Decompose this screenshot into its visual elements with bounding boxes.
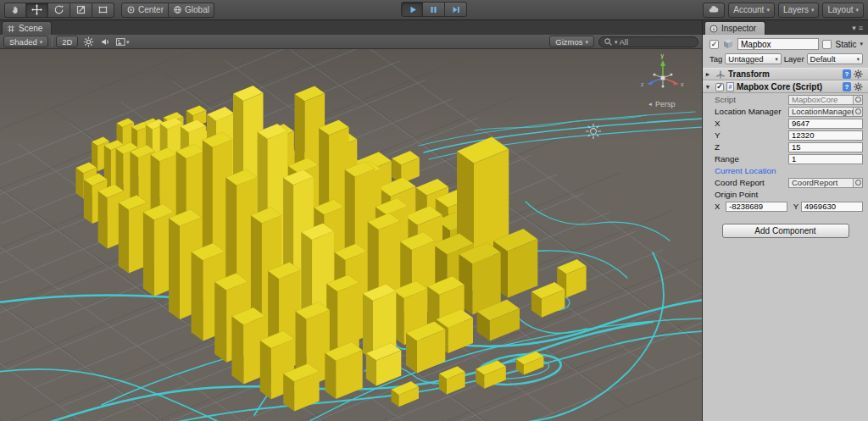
pause-button[interactable]: [423, 2, 445, 17]
toolbar-right-group: Account ▾ Layers ▾ Layout ▾: [703, 3, 864, 18]
static-flags-caret-icon[interactable]: ▾: [860, 41, 863, 47]
tab-scene[interactable]: Scene: [2, 21, 52, 35]
coord-report-object-field[interactable]: CoordReport: [788, 178, 863, 188]
range-label: Range: [715, 154, 786, 163]
z-axis-label: z: [641, 81, 644, 87]
origin-x-input[interactable]: [726, 202, 787, 212]
help-icon[interactable]: [843, 69, 851, 79]
z-input[interactable]: [788, 142, 863, 152]
x-input[interactable]: [788, 119, 863, 129]
account-dropdown[interactable]: Account ▾: [728, 3, 775, 18]
projection-toggle-label[interactable]: Persp: [655, 100, 676, 108]
hand-tool-button[interactable]: [4, 3, 26, 18]
effects-image-icon: [115, 36, 125, 47]
component-enabled-checkbox[interactable]: ✓: [715, 83, 724, 91]
gameobject-name-field[interactable]: [737, 38, 819, 50]
layout-dropdown[interactable]: Layout ▾: [822, 3, 864, 18]
object-picker-icon[interactable]: [853, 96, 862, 104]
coord-report-label: Coord Report: [715, 178, 786, 187]
help-icon[interactable]: [843, 82, 851, 91]
tag-dropdown[interactable]: Untagged ▾: [725, 53, 781, 64]
rect-tool-button[interactable]: [92, 3, 114, 18]
location-manager-row: Location Manager LocationManager (L: [703, 106, 868, 117]
gameobject-header-row: ✓ Static ▾: [703, 35, 868, 52]
pivot-toggle-button[interactable]: Center: [121, 3, 169, 18]
tag-value: Untagged: [728, 54, 763, 64]
layer-value: Default: [810, 54, 836, 64]
search-filter-caret-icon[interactable]: ▾: [615, 39, 618, 45]
sun-icon: [83, 36, 94, 47]
scale-tool-button[interactable]: [70, 3, 92, 18]
y-input[interactable]: [788, 130, 863, 141]
tab-inspector[interactable]: Inspector: [704, 21, 765, 35]
2d-toggle-label: 2D: [62, 37, 72, 47]
search-icon: [604, 37, 613, 47]
unity-editor-window: Center Global Account ▾: [0, 0, 868, 421]
search-input[interactable]: [620, 37, 681, 47]
pivot-toggle-label: Center: [138, 5, 164, 14]
persp-arrow-icon: ◄: [648, 102, 653, 107]
tag-layer-row: Tag Untagged ▾ Layer Default ▾: [703, 52, 868, 68]
x-axis-label: x: [681, 81, 684, 87]
gameobject-cube-icon: [722, 38, 734, 50]
scene-search-field[interactable]: ▾: [598, 36, 698, 47]
pivot-space-toggles: Center Global: [121, 3, 214, 18]
x-field-row: X: [703, 118, 868, 129]
scene-panel: Scene Shaded ▾ 2D: [0, 20, 702, 421]
z-field-row: Z: [703, 141, 868, 152]
x-label: X: [715, 119, 786, 128]
foldout-closed-icon[interactable]: ▸: [706, 70, 713, 78]
inspector-menu-icon[interactable]: ▾ ≡: [852, 24, 868, 35]
rotate-tool-button[interactable]: [48, 3, 70, 18]
scene-tabstrip: Scene: [0, 20, 702, 35]
y-field-row: Y: [703, 130, 868, 141]
chevron-down-icon: ▾: [852, 24, 856, 32]
2d-toggle-button[interactable]: 2D: [56, 36, 78, 47]
speaker-icon: [100, 36, 111, 47]
space-toggle-button[interactable]: Global: [169, 3, 214, 18]
move-tool-button[interactable]: [26, 3, 48, 18]
play-button[interactable]: [401, 2, 423, 17]
static-checkbox[interactable]: [822, 40, 832, 49]
gizmos-label: Gizmos: [555, 37, 582, 47]
active-checkbox[interactable]: ✓: [709, 40, 719, 49]
origin-point-row: Origin Point: [703, 189, 868, 200]
audio-toggle-button[interactable]: [98, 36, 112, 47]
chevron-down-icon: ▾: [766, 7, 770, 13]
mapbox-core-component-header[interactable]: ▾ ✓ Mapbox Core (Script): [703, 80, 868, 93]
location-manager-object-field[interactable]: LocationManager (L: [788, 107, 863, 117]
chevron-down-icon: ▾: [585, 39, 588, 45]
rotate-icon: [53, 4, 64, 15]
gear-icon[interactable]: [854, 82, 863, 91]
transform-title: Transform: [728, 69, 770, 79]
draw-mode-dropdown[interactable]: Shaded ▾: [3, 36, 48, 47]
check-icon: ✓: [711, 41, 718, 48]
layer-dropdown[interactable]: Default ▾: [807, 53, 863, 64]
current-location-link[interactable]: Current Location: [715, 166, 776, 175]
scene-viewport[interactable]: y x z ◄ Persp: [0, 49, 702, 421]
range-input[interactable]: [788, 154, 863, 164]
transform-component-header[interactable]: ▸ Transform: [703, 68, 868, 80]
scene-3d-render[interactable]: y x z ◄ Persp: [0, 49, 702, 421]
toolbar-divider: [52, 36, 53, 47]
add-component-area: Add Component: [703, 213, 868, 249]
current-location-row: Current Location: [703, 165, 868, 176]
script-object-field[interactable]: MapboxCore: [788, 95, 863, 105]
gizmos-dropdown[interactable]: Gizmos ▾: [549, 36, 594, 47]
lighting-toggle-button[interactable]: [81, 36, 95, 47]
add-component-button[interactable]: Add Component: [722, 224, 849, 238]
effects-dropdown-button[interactable]: ▾: [115, 36, 129, 47]
scale-icon: [75, 4, 86, 15]
object-picker-icon[interactable]: [853, 179, 862, 187]
object-picker-icon[interactable]: [853, 108, 862, 116]
step-icon: [450, 4, 461, 15]
step-button[interactable]: [445, 2, 467, 17]
location-manager-label: Location Manager: [715, 107, 786, 116]
mapbox-core-title: Mapbox Core (Script): [737, 82, 822, 91]
draw-mode-label: Shaded: [9, 37, 37, 47]
layers-dropdown[interactable]: Layers ▾: [778, 3, 820, 18]
cloud-button[interactable]: [703, 3, 725, 18]
foldout-open-icon[interactable]: ▾: [706, 83, 713, 91]
gear-icon[interactable]: [854, 69, 863, 79]
origin-y-input[interactable]: [801, 202, 863, 212]
